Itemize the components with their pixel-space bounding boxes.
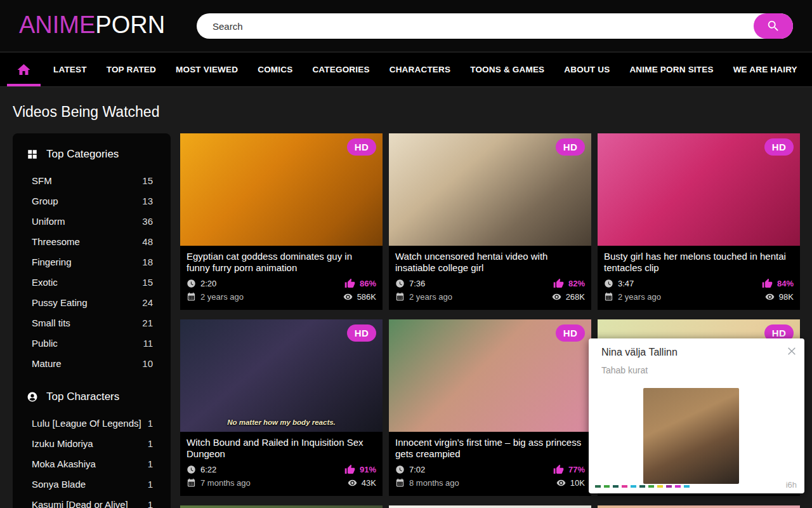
nav-item-characters[interactable]: CHARACTERS — [390, 65, 451, 74]
video-duration: 6:22 — [200, 465, 216, 474]
category-item[interactable]: Small tits21 — [13, 312, 171, 333]
like-percent: 91% — [360, 465, 376, 474]
search-input[interactable] — [197, 13, 793, 39]
calendar-icon — [395, 478, 405, 488]
video-thumbnail[interactable]: No matter how my body reacts. HD — [180, 319, 383, 432]
video-thumbnail[interactable] — [180, 505, 383, 508]
video-title[interactable]: Egyptian cat goddess dominates guy in fu… — [187, 251, 376, 274]
video-age: 2 years ago — [409, 292, 452, 302]
video-card[interactable]: No matter how my body reacts. HD Witch B… — [180, 319, 383, 496]
character-item[interactable]: Moka Akashiya1 — [13, 453, 171, 474]
user-circle-icon — [27, 391, 38, 403]
nav-item-latest[interactable]: LATEST — [53, 65, 87, 74]
video-duration: 2:20 — [200, 279, 216, 288]
hd-badge: HD — [556, 324, 585, 342]
nav-item-most-viewed[interactable]: MOST VIEWED — [176, 65, 238, 74]
nav-home[interactable] — [14, 53, 34, 86]
close-icon[interactable] — [785, 344, 799, 358]
video-card[interactable]: HD Egyptian cat goddess dominates guy in… — [180, 133, 383, 310]
nav-item-about-us[interactable]: ABOUT US — [564, 65, 610, 74]
video-card[interactable]: HD — [598, 505, 800, 508]
video-thumbnail[interactable]: HD — [598, 133, 800, 246]
nav-item-categories[interactable]: CATEGORIES — [312, 65, 369, 74]
sidebar: Top Categories SFM15 Group13 Uniform36 T… — [13, 133, 171, 508]
character-item[interactable]: Izuku Midoriya1 — [13, 433, 171, 453]
eye-icon — [343, 292, 353, 302]
hd-badge: HD — [347, 138, 376, 156]
character-item[interactable]: Lulu [League Of Legends]1 — [13, 413, 171, 433]
top-categories-widget: Top Categories SFM15 Group13 Uniform36 T… — [13, 145, 171, 373]
nav-item-toons-games[interactable]: TOONS & GAMES — [470, 65, 544, 74]
eye-icon — [552, 292, 561, 302]
video-card[interactable]: HD Watch uncensored hentai video with in… — [389, 133, 591, 310]
popup-progress-dashes — [595, 485, 690, 488]
eye-icon — [348, 478, 357, 488]
video-meta: Busty girl has her melons touched in hen… — [598, 246, 800, 310]
view-count: 98K — [779, 292, 794, 302]
view-count: 268K — [566, 292, 585, 302]
category-item[interactable]: Exotic15 — [13, 272, 171, 292]
category-item[interactable]: Group13 — [13, 190, 171, 211]
video-card[interactable]: HD Busty girl has her melons touched in … — [598, 133, 800, 310]
clock-icon — [604, 279, 613, 288]
nav-item-we-are-hairy[interactable]: WE ARE HAIRY — [733, 65, 797, 74]
video-meta: Witch Bound and Railed in Inquisition Se… — [180, 432, 383, 496]
hd-badge: HD — [347, 324, 376, 342]
category-item[interactable]: Fingering18 — [13, 251, 171, 272]
calendar-icon — [395, 292, 405, 302]
search-icon — [766, 19, 780, 33]
like-percent: 84% — [777, 279, 794, 288]
calendar-icon — [187, 292, 196, 302]
view-count: 43K — [362, 478, 376, 488]
popup-timestamp: i6h — [786, 480, 797, 490]
video-title[interactable]: Witch Bound and Railed in Inquisition Se… — [187, 437, 376, 460]
video-card[interactable]: HD Innocent virgin’s first time – big as… — [389, 319, 591, 496]
category-item[interactable]: Pussy Eating24 — [13, 292, 171, 312]
nav-item-anime-porn-sites[interactable]: ANIME PORN SITES — [629, 65, 713, 74]
calendar-icon — [604, 292, 613, 302]
video-title[interactable]: Busty girl has her melons touched in hen… — [604, 251, 794, 274]
character-item[interactable]: Sonya Blade1 — [13, 474, 171, 494]
like-percent: 82% — [568, 279, 585, 288]
thumbs-up-icon — [553, 278, 564, 289]
clock-icon — [187, 279, 196, 288]
video-card[interactable] — [180, 505, 383, 508]
nav-item-comics[interactable]: COMICS — [258, 65, 292, 74]
like-percent: 77% — [568, 465, 585, 474]
search-button[interactable] — [754, 13, 793, 39]
category-item[interactable]: Uniform36 — [13, 211, 171, 231]
video-duration: 7:02 — [409, 465, 425, 474]
category-item[interactable]: Public11 — [13, 333, 171, 353]
category-item[interactable]: Mature10 — [13, 353, 171, 373]
clock-icon — [395, 465, 405, 474]
nav-item-top-rated[interactable]: TOP RATED — [107, 65, 156, 74]
home-icon — [15, 62, 32, 77]
site-logo[interactable]: ANIMEPORN — [19, 11, 165, 39]
popup-photo[interactable] — [643, 388, 739, 484]
category-item[interactable]: SFM15 — [13, 170, 171, 190]
main-nav: LATEST TOP RATED MOST VIEWED COMICS CATE… — [0, 53, 812, 87]
grid-icon — [27, 149, 38, 160]
video-thumbnail[interactable]: HD — [389, 133, 591, 246]
hd-badge: HD — [556, 138, 585, 156]
clock-icon — [395, 279, 405, 288]
view-count: 10K — [570, 478, 585, 488]
notification-popup[interactable]: Nina välja Tallinn Tahab kurat i6h — [589, 338, 804, 493]
video-title[interactable]: Watch uncensored hentai video with insat… — [395, 251, 585, 274]
top-characters-widget: Top Characters Lulu [League Of Legends]1… — [13, 387, 171, 508]
logo-part-porn: PORN — [95, 11, 165, 38]
category-item[interactable]: Threesome48 — [13, 231, 171, 251]
video-thumbnail[interactable]: HD — [389, 319, 591, 432]
hd-badge: HD — [764, 138, 794, 156]
video-duration: 3:47 — [618, 279, 634, 288]
video-thumbnail[interactable]: HD — [180, 133, 383, 246]
top-categories-header: Top Categories — [13, 145, 171, 164]
video-thumbnail[interactable]: HD — [598, 505, 800, 508]
video-duration: 7:36 — [409, 279, 425, 288]
video-thumbnail[interactable]: HD — [389, 505, 591, 508]
character-item[interactable]: Kasumi [Dead or Alive]1 — [13, 494, 171, 508]
top-characters-header: Top Characters — [13, 387, 171, 406]
thumbnail-caption: No matter how my body reacts. — [180, 418, 383, 426]
video-title[interactable]: Innocent virgin’s first time – big ass p… — [395, 437, 585, 460]
video-card[interactable]: HD — [389, 505, 591, 508]
